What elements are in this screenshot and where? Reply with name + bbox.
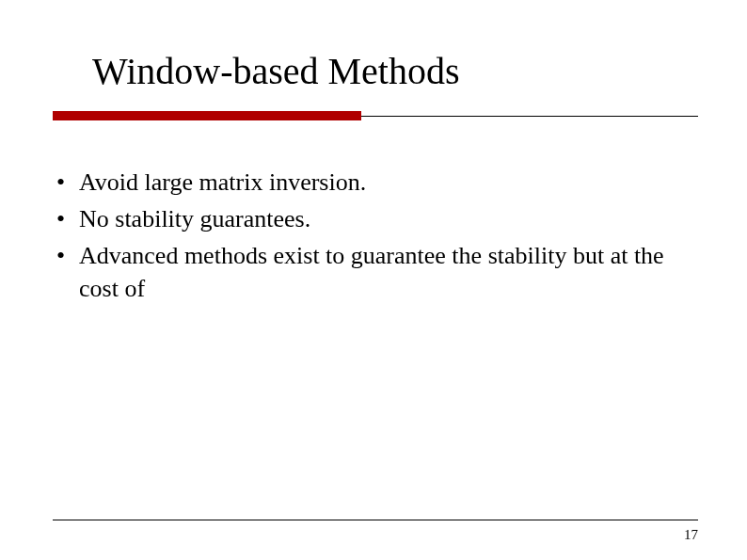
page-number: 17 — [684, 527, 698, 543]
slide-title: Window-based Methods — [92, 49, 460, 93]
title-underline-accent — [53, 111, 361, 120]
slide: Window-based Methods Avoid large matrix … — [0, 0, 747, 560]
footer-divider — [53, 520, 698, 520]
bullet-list: Avoid large matrix inversion. No stabili… — [53, 166, 698, 309]
bullet-item: Advanced methods exist to guarantee the … — [53, 239, 698, 305]
title-underline-thin — [361, 116, 698, 117]
bullet-item: Avoid large matrix inversion. — [53, 166, 698, 199]
bullet-item: No stability guarantees. — [53, 202, 698, 235]
